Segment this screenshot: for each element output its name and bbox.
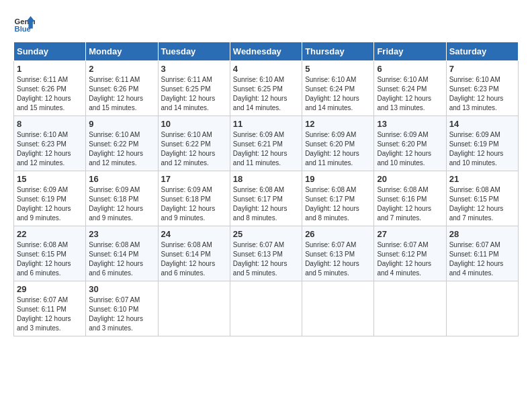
calendar-week-3: 15 Sunrise: 6:09 AMSunset: 6:19 PMDaylig… — [14, 171, 519, 226]
weekday-header-friday: Friday — [374, 42, 446, 61]
day-info: Sunrise: 6:11 AMSunset: 6:26 PMDaylight:… — [17, 75, 83, 113]
weekday-header-monday: Monday — [86, 42, 158, 61]
calendar-cell: 7 Sunrise: 6:10 AMSunset: 6:23 PMDayligh… — [446, 61, 518, 116]
weekday-header-thursday: Thursday — [302, 42, 374, 61]
weekday-header-tuesday: Tuesday — [158, 42, 230, 61]
weekday-header-sunday: Sunday — [14, 42, 86, 61]
day-info: Sunrise: 6:09 AMSunset: 6:18 PMDaylight:… — [89, 185, 154, 223]
day-number: 21 — [449, 174, 515, 184]
day-info: Sunrise: 6:07 AMSunset: 6:12 PMDaylight:… — [377, 240, 443, 278]
calendar-cell: 29 Sunrise: 6:07 AMSunset: 6:11 PMDaylig… — [14, 281, 86, 336]
calendar-cell: 22 Sunrise: 6:08 AMSunset: 6:15 PMDaylig… — [14, 226, 86, 281]
day-info: Sunrise: 6:08 AMSunset: 6:14 PMDaylight:… — [89, 240, 154, 278]
calendar-cell: 25 Sunrise: 6:07 AMSunset: 6:13 PMDaylig… — [230, 226, 302, 281]
weekday-header-saturday: Saturday — [446, 42, 518, 61]
day-info: Sunrise: 6:10 AMSunset: 6:24 PMDaylight:… — [305, 75, 371, 113]
calendar-cell: 17 Sunrise: 6:09 AMSunset: 6:18 PMDaylig… — [158, 171, 230, 226]
day-info: Sunrise: 6:07 AMSunset: 6:13 PMDaylight:… — [305, 240, 371, 278]
day-number: 7 — [449, 64, 515, 74]
calendar-cell: 3 Sunrise: 6:11 AMSunset: 6:25 PMDayligh… — [158, 61, 230, 116]
day-number: 28 — [449, 229, 515, 239]
calendar-body: 1 Sunrise: 6:11 AMSunset: 6:26 PMDayligh… — [14, 61, 519, 336]
day-number: 19 — [305, 174, 371, 184]
day-info: Sunrise: 6:09 AMSunset: 6:20 PMDaylight:… — [305, 130, 371, 168]
calendar-week-4: 22 Sunrise: 6:08 AMSunset: 6:15 PMDaylig… — [14, 226, 519, 281]
day-number: 22 — [17, 229, 83, 239]
day-info: Sunrise: 6:09 AMSunset: 6:18 PMDaylight:… — [161, 185, 227, 223]
day-info: Sunrise: 6:09 AMSunset: 6:20 PMDaylight:… — [377, 130, 443, 168]
day-info: Sunrise: 6:07 AMSunset: 6:11 PMDaylight:… — [449, 240, 515, 278]
calendar-cell — [446, 281, 518, 336]
day-number: 16 — [89, 174, 154, 184]
calendar-cell: 9 Sunrise: 6:10 AMSunset: 6:22 PMDayligh… — [86, 116, 158, 171]
day-number: 18 — [233, 174, 299, 184]
day-info: Sunrise: 6:10 AMSunset: 6:24 PMDaylight:… — [377, 75, 443, 113]
calendar-cell: 20 Sunrise: 6:08 AMSunset: 6:16 PMDaylig… — [374, 171, 446, 226]
day-info: Sunrise: 6:08 AMSunset: 6:14 PMDaylight:… — [161, 240, 227, 278]
day-info: Sunrise: 6:07 AMSunset: 6:10 PMDaylight:… — [89, 295, 154, 333]
day-number: 15 — [17, 174, 83, 184]
day-number: 3 — [161, 64, 227, 74]
day-info: Sunrise: 6:10 AMSunset: 6:23 PMDaylight:… — [449, 75, 515, 113]
day-info: Sunrise: 6:08 AMSunset: 6:15 PMDaylight:… — [449, 185, 515, 223]
day-number: 26 — [305, 229, 371, 239]
calendar-cell: 21 Sunrise: 6:08 AMSunset: 6:15 PMDaylig… — [446, 171, 518, 226]
day-number: 1 — [17, 64, 83, 74]
calendar-cell: 14 Sunrise: 6:09 AMSunset: 6:19 PMDaylig… — [446, 116, 518, 171]
calendar-cell: 12 Sunrise: 6:09 AMSunset: 6:20 PMDaylig… — [302, 116, 374, 171]
day-info: Sunrise: 6:09 AMSunset: 6:21 PMDaylight:… — [233, 130, 299, 168]
day-number: 17 — [161, 174, 227, 184]
day-number: 9 — [89, 119, 154, 129]
calendar-cell — [230, 281, 302, 336]
calendar-cell: 26 Sunrise: 6:07 AMSunset: 6:13 PMDaylig… — [302, 226, 374, 281]
calendar-week-1: 1 Sunrise: 6:11 AMSunset: 6:26 PMDayligh… — [14, 61, 519, 116]
calendar-cell: 11 Sunrise: 6:09 AMSunset: 6:21 PMDaylig… — [230, 116, 302, 171]
page-header: General Blue — [13, 13, 519, 35]
calendar-cell: 23 Sunrise: 6:08 AMSunset: 6:14 PMDaylig… — [86, 226, 158, 281]
calendar-cell: 2 Sunrise: 6:11 AMSunset: 6:26 PMDayligh… — [86, 61, 158, 116]
day-number: 20 — [377, 174, 443, 184]
day-number: 5 — [305, 64, 371, 74]
calendar-cell: 8 Sunrise: 6:10 AMSunset: 6:23 PMDayligh… — [14, 116, 86, 171]
day-number: 6 — [377, 64, 443, 74]
calendar-week-5: 29 Sunrise: 6:07 AMSunset: 6:11 PMDaylig… — [14, 281, 519, 336]
day-info: Sunrise: 6:07 AMSunset: 6:11 PMDaylight:… — [17, 295, 83, 333]
calendar-cell — [374, 281, 446, 336]
calendar-cell: 1 Sunrise: 6:11 AMSunset: 6:26 PMDayligh… — [14, 61, 86, 116]
weekday-header-wednesday: Wednesday — [230, 42, 302, 61]
day-info: Sunrise: 6:11 AMSunset: 6:25 PMDaylight:… — [161, 75, 227, 113]
day-info: Sunrise: 6:09 AMSunset: 6:19 PMDaylight:… — [449, 130, 515, 168]
day-number: 29 — [17, 284, 83, 294]
day-number: 11 — [233, 119, 299, 129]
day-number: 2 — [89, 64, 154, 74]
calendar-table: SundayMondayTuesdayWednesdayThursdayFrid… — [13, 42, 519, 336]
logo-icon: General Blue — [13, 13, 35, 35]
calendar-cell — [302, 281, 374, 336]
logo: General Blue — [13, 13, 38, 35]
svg-text:Blue: Blue — [15, 25, 31, 33]
calendar-cell: 15 Sunrise: 6:09 AMSunset: 6:19 PMDaylig… — [14, 171, 86, 226]
day-number: 30 — [89, 284, 154, 294]
calendar-cell — [158, 281, 230, 336]
day-info: Sunrise: 6:08 AMSunset: 6:17 PMDaylight:… — [233, 185, 299, 223]
day-number: 13 — [377, 119, 443, 129]
day-number: 10 — [161, 119, 227, 129]
calendar-cell: 19 Sunrise: 6:08 AMSunset: 6:17 PMDaylig… — [302, 171, 374, 226]
day-info: Sunrise: 6:10 AMSunset: 6:25 PMDaylight:… — [233, 75, 299, 113]
calendar-cell: 28 Sunrise: 6:07 AMSunset: 6:11 PMDaylig… — [446, 226, 518, 281]
calendar-cell: 18 Sunrise: 6:08 AMSunset: 6:17 PMDaylig… — [230, 171, 302, 226]
weekdays-header: SundayMondayTuesdayWednesdayThursdayFrid… — [14, 42, 519, 61]
calendar-cell: 6 Sunrise: 6:10 AMSunset: 6:24 PMDayligh… — [374, 61, 446, 116]
calendar-week-2: 8 Sunrise: 6:10 AMSunset: 6:23 PMDayligh… — [14, 116, 519, 171]
day-info: Sunrise: 6:08 AMSunset: 6:17 PMDaylight:… — [305, 185, 371, 223]
day-info: Sunrise: 6:10 AMSunset: 6:22 PMDaylight:… — [89, 130, 154, 168]
calendar-cell: 5 Sunrise: 6:10 AMSunset: 6:24 PMDayligh… — [302, 61, 374, 116]
day-info: Sunrise: 6:09 AMSunset: 6:19 PMDaylight:… — [17, 185, 83, 223]
calendar-cell: 30 Sunrise: 6:07 AMSunset: 6:10 PMDaylig… — [86, 281, 158, 336]
day-info: Sunrise: 6:11 AMSunset: 6:26 PMDaylight:… — [89, 75, 154, 113]
day-number: 24 — [161, 229, 227, 239]
day-info: Sunrise: 6:10 AMSunset: 6:23 PMDaylight:… — [17, 130, 83, 168]
day-info: Sunrise: 6:10 AMSunset: 6:22 PMDaylight:… — [161, 130, 227, 168]
calendar-cell: 16 Sunrise: 6:09 AMSunset: 6:18 PMDaylig… — [86, 171, 158, 226]
calendar-cell: 13 Sunrise: 6:09 AMSunset: 6:20 PMDaylig… — [374, 116, 446, 171]
